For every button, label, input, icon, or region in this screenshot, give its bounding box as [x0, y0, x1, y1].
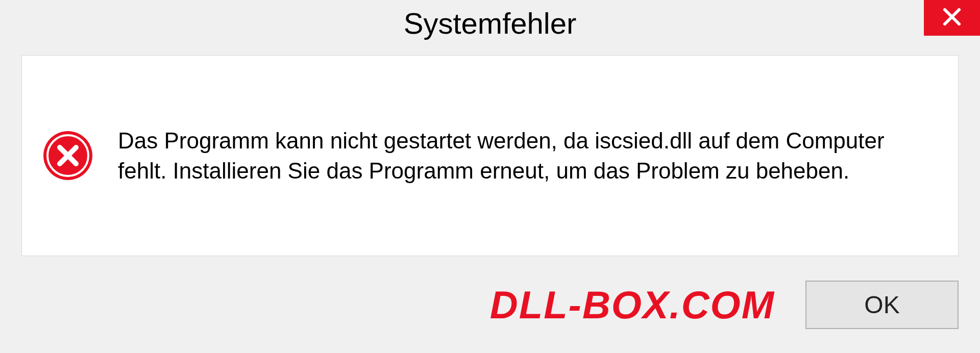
close-button[interactable]	[924, 0, 980, 36]
error-message: Das Programm kann nicht gestartet werden…	[118, 125, 938, 186]
ok-button[interactable]: OK	[805, 281, 959, 329]
watermark-text: DLL-BOX.COM	[490, 283, 775, 327]
error-dialog: Systemfehler Das Programm kann nicht ges…	[0, 0, 980, 353]
content-area: Das Programm kann nicht gestartet werden…	[21, 55, 959, 256]
close-icon	[942, 7, 962, 29]
error-icon	[42, 130, 93, 181]
dialog-title: Systemfehler	[404, 6, 576, 40]
title-bar: Systemfehler	[0, 0, 980, 46]
dialog-footer: DLL-BOX.COM OK	[0, 256, 980, 353]
